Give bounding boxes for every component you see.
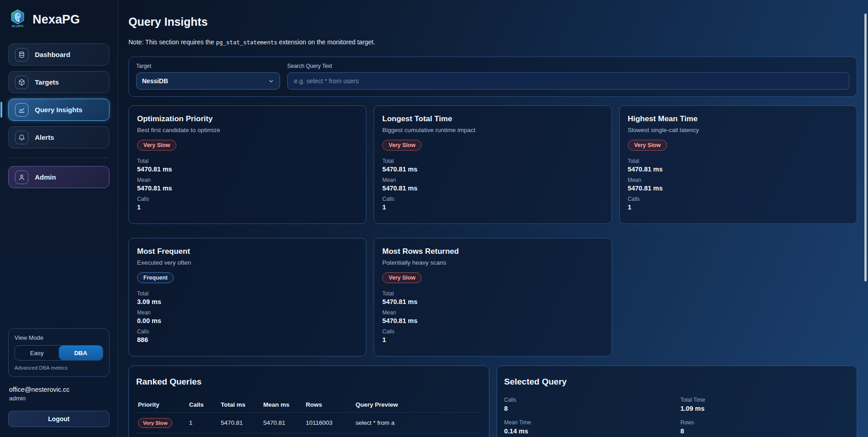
- stat-value: 5470.81 ms: [137, 185, 358, 192]
- card-most-rows-returned[interactable]: Most Rows Returned Potentially heavy sca…: [374, 238, 612, 356]
- sidebar-item-label: Query Insights: [35, 106, 82, 114]
- column-header-priority: Priority: [138, 401, 181, 408]
- sidebar-item-dashboard[interactable]: Dashboard: [8, 43, 109, 66]
- stat-label: Mean: [382, 309, 603, 316]
- stat-value: 3.09 ms: [137, 298, 358, 305]
- search-query-input[interactable]: [287, 72, 849, 90]
- sidebar-item-admin[interactable]: Admin: [8, 166, 109, 188]
- view-mode-option-dba[interactable]: DBA: [59, 346, 103, 360]
- card-title: Optimization Priority: [137, 114, 358, 124]
- search-field: Search Query Text: [287, 63, 849, 90]
- column-header-total-ms: Total ms: [221, 401, 255, 408]
- stat-label: Rows: [680, 419, 849, 426]
- view-mode-label: View Mode: [14, 334, 103, 341]
- view-mode-toggle[interactable]: Easy DBA: [14, 345, 103, 361]
- stat-label: Total: [137, 290, 358, 297]
- status-badge: Frequent: [137, 272, 174, 283]
- stat-label: Calls: [382, 328, 603, 335]
- stat-label: Calls: [137, 196, 358, 202]
- note-suffix: extension on the monitored target.: [277, 38, 375, 46]
- logo-wordmark: NexaPG: [12, 24, 24, 28]
- card-title: Most Frequent: [137, 247, 358, 256]
- stat-value: 886: [137, 336, 358, 343]
- target-select[interactable]: NessiDB: [136, 72, 280, 90]
- stat-label: Mean: [628, 177, 849, 183]
- nexapg-logo-icon: NexaPG: [8, 9, 27, 30]
- stat-value: 1: [382, 204, 603, 211]
- scrollbar[interactable]: [864, 14, 867, 281]
- stat-label: Calls: [628, 196, 849, 202]
- view-mode-caption: Advanced DBA metrics: [14, 365, 103, 370]
- card-subtitle: Slowest single-call latency: [628, 127, 849, 133]
- card-stats: Total 3.09 ms Mean 0.00 ms Calls 886: [137, 290, 358, 343]
- sidebar-item-query-insights[interactable]: Query Insights: [8, 99, 109, 121]
- database-icon: [15, 48, 28, 62]
- table-row[interactable]: Frequent 879 160.97 0.18 17580 SELECT qu…: [136, 433, 482, 437]
- stat-value: 1: [628, 204, 849, 211]
- cell-mean-ms: 5470.81: [263, 419, 298, 426]
- card-stats: Total 5470.81 ms Mean 5470.81 ms Calls 1: [382, 290, 603, 343]
- card-optimization-priority[interactable]: Optimization Priority Best first candida…: [128, 105, 366, 224]
- stat-value: 5470.81 ms: [628, 185, 849, 192]
- stat-label: Mean Time: [504, 419, 674, 426]
- column-header-calls: Calls: [189, 401, 213, 408]
- stat-label: Total: [137, 158, 358, 164]
- card-stats: Total 5470.81 ms Mean 5470.81 ms Calls 1: [137, 158, 358, 211]
- target-field: Target NessiDB: [136, 63, 280, 90]
- sidebar-divider: [9, 157, 109, 158]
- stat-label: Calls: [382, 196, 603, 202]
- card-title: Highest Mean Time: [628, 114, 849, 124]
- column-header-query-preview: Query Preview: [356, 401, 480, 408]
- card-most-frequent[interactable]: Most Frequent Executed very often Freque…: [128, 238, 366, 356]
- cell-query-preview: select * from a: [356, 419, 480, 426]
- sidebar-item-alerts[interactable]: Alerts: [8, 126, 109, 148]
- note-text: Note: This section requires the pg_stat_…: [128, 38, 857, 46]
- trend-chart-icon: [15, 103, 28, 117]
- sidebar-nav: Dashboard Targets Query Insights: [8, 43, 109, 148]
- sidebar-item-label: Targets: [35, 78, 59, 86]
- sidebar: NexaPG NexaPG Dashboard Targets: [0, 0, 118, 437]
- priority-badge: Very Slow: [138, 418, 172, 428]
- stat-label: Total: [382, 290, 603, 297]
- note-prefix: Note: This section requires the: [128, 38, 216, 46]
- stat-label: Total Time: [680, 397, 849, 403]
- logout-button[interactable]: Logout: [8, 411, 109, 427]
- sidebar-item-label: Dashboard: [35, 51, 70, 58]
- view-mode-option-easy[interactable]: Easy: [15, 346, 59, 360]
- selected-query-panel: Selected Query Calls 8 Total Time 1.09 m…: [497, 366, 858, 437]
- target-label: Target: [136, 63, 280, 69]
- app-name: NexaPG: [33, 13, 80, 27]
- status-badge: Very Slow: [382, 272, 422, 283]
- table-row[interactable]: Very Slow 1 5470.81 5470.81 10116003 sel…: [136, 412, 482, 433]
- card-title: Longest Total Time: [382, 114, 603, 124]
- card-longest-total-time[interactable]: Longest Total Time Biggest cumulative ru…: [374, 105, 612, 224]
- main-content: Query Insights Note: This section requir…: [118, 0, 868, 437]
- filter-bar: Target NessiDB Search Query Text: [128, 57, 857, 97]
- column-header-mean-ms: Mean ms: [263, 401, 298, 408]
- stat-value: 5470.81 ms: [382, 185, 603, 192]
- card-subtitle: Potentially heavy scans: [382, 259, 603, 266]
- stat-label: Total: [382, 158, 603, 164]
- card-highest-mean-time[interactable]: Highest Mean Time Slowest single-call la…: [619, 105, 857, 224]
- selected-query-title: Selected Query: [504, 377, 850, 387]
- stat-calls: Calls 8: [504, 397, 674, 412]
- card-subtitle: Biggest cumulative runtime impact: [382, 127, 603, 133]
- stat-value: 1.09 ms: [680, 405, 849, 412]
- status-badge: Very Slow: [628, 140, 667, 151]
- cube-icon: [15, 76, 28, 89]
- stat-value: 8: [680, 428, 849, 435]
- person-icon: [15, 171, 28, 184]
- scrollbar-track: [864, 0, 868, 437]
- ranked-queries-table: Priority Calls Total ms Mean ms Rows Que…: [136, 397, 482, 437]
- status-badge: Very Slow: [382, 140, 422, 151]
- stat-label: Total: [628, 158, 849, 164]
- cell-rows: 10116003: [306, 419, 347, 426]
- user-email: office@nesterovic.cc: [9, 386, 109, 393]
- stat-value: 0.14 ms: [504, 428, 674, 435]
- sidebar-item-targets[interactable]: Targets: [8, 71, 109, 93]
- card-subtitle: Best first candidate to optimize: [137, 127, 358, 133]
- app-logo-row: NexaPG NexaPG: [8, 9, 109, 30]
- stat-value: 1: [382, 336, 603, 343]
- stat-mean-time: Mean Time 0.14 ms: [504, 419, 674, 435]
- stat-label: Mean: [382, 177, 603, 183]
